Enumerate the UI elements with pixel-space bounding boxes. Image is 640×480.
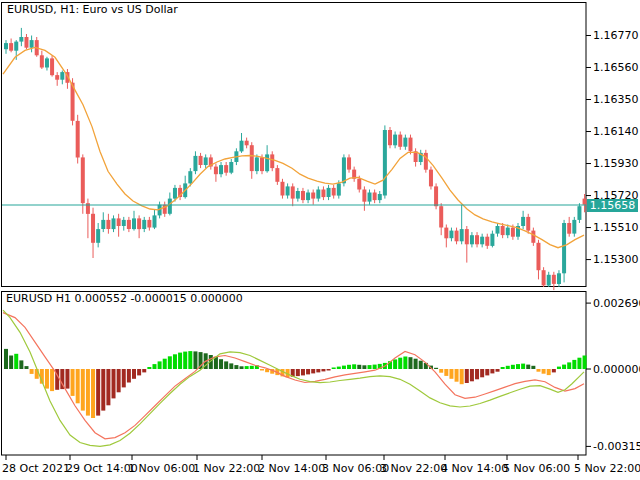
time-axis-label: 1 Nov 06:00	[128, 462, 195, 475]
price-axis-label: 1.15510	[593, 221, 639, 234]
price-axis-label: 1.16560	[593, 61, 639, 74]
price-axis-label: 1.16770	[593, 29, 639, 42]
time-axis-label: 5 Nov 06:00	[503, 462, 570, 475]
time-axis-label: 4 Nov 14:00	[441, 462, 508, 475]
price-axis-label: 1.16140	[593, 125, 639, 138]
chart-canvas[interactable]	[0, 0, 640, 480]
time-axis-label: 28 Oct 2021	[2, 462, 70, 475]
chart-title: EURUSD, H1: Euro vs US Dollar	[7, 3, 178, 16]
time-axis-label: 2 Nov 14:00	[258, 462, 325, 475]
price-axis-label: 1.16350	[593, 93, 639, 106]
time-axis-label: 5 Nov 22:00	[574, 462, 640, 475]
time-axis-label: 29 Oct 14:00	[66, 462, 138, 475]
mt5-chart-window: EURUSD, H1: Euro vs US Dollar EURUSD H1 …	[0, 0, 640, 480]
indicator-axis-label: -0.003159	[593, 440, 640, 453]
time-axis-label: 1 Nov 22:00	[193, 462, 260, 475]
indicator-axis-label: 0.000000	[593, 363, 640, 376]
indicator-header: EURUSD H1 0.000552 -0.000015 0.000000	[6, 292, 243, 305]
indicator-axis-label: 0.002690	[593, 297, 640, 310]
price-axis-label: 1.15720	[593, 189, 639, 202]
time-axis-label: 3 Nov 22:00	[380, 462, 447, 475]
price-axis-label: 1.15930	[593, 157, 639, 170]
price-axis-label: 1.15300	[593, 253, 639, 266]
